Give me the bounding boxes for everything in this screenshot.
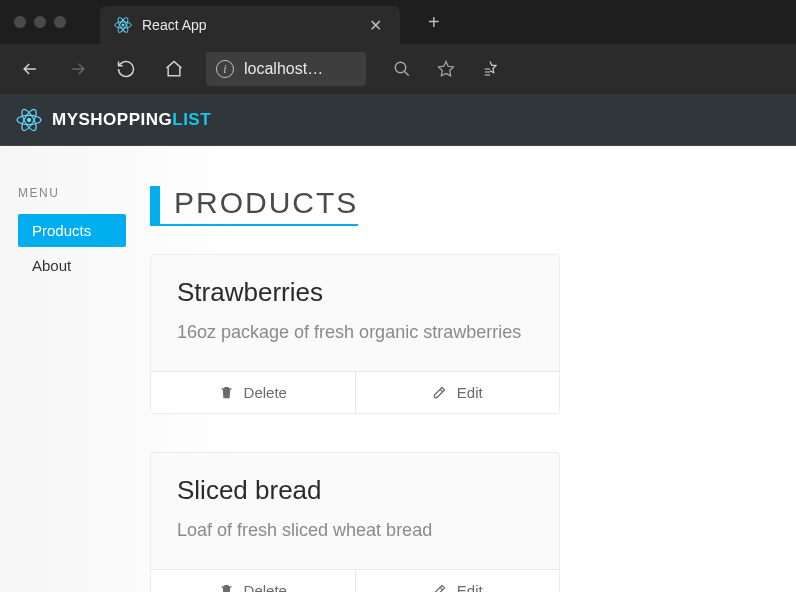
tab-title: React App <box>142 17 365 33</box>
edit-label: Edit <box>457 384 483 401</box>
main-content: PRODUCTS Strawberries 16oz package of fr… <box>150 186 796 592</box>
minimize-window-button[interactable] <box>34 16 46 28</box>
browser-chrome: React App ✕ + i localhost… <box>0 0 796 94</box>
sidebar-item-about[interactable]: About <box>18 249 126 282</box>
edit-icon <box>432 385 447 400</box>
page-body: MENU Products About PRODUCTS Strawberrie… <box>0 146 796 592</box>
card-body: Sliced bread Loaf of fresh sliced wheat … <box>151 453 559 569</box>
trash-icon <box>219 385 234 400</box>
edit-icon <box>432 583 447 592</box>
sidebar: MENU Products About <box>0 186 150 592</box>
react-icon <box>114 16 132 34</box>
card-body: Strawberries 16oz package of fresh organ… <box>151 255 559 371</box>
brand-list: LIST <box>172 110 211 129</box>
delete-label: Delete <box>244 582 287 592</box>
browser-tab[interactable]: React App ✕ <box>100 6 400 44</box>
edit-button[interactable]: Edit <box>356 372 560 413</box>
delete-label: Delete <box>244 384 287 401</box>
product-card: Sliced bread Loaf of fresh sliced wheat … <box>150 452 560 592</box>
new-tab-button[interactable]: + <box>418 5 450 40</box>
close-window-button[interactable] <box>14 16 26 28</box>
address-bar[interactable]: i localhost… <box>206 52 366 86</box>
sidebar-item-products[interactable]: Products <box>18 214 126 247</box>
page-title: PRODUCTS <box>150 186 358 226</box>
toolbar-right <box>382 50 510 88</box>
product-description: 16oz package of fresh organic strawberri… <box>177 318 533 347</box>
svg-point-3 <box>122 24 125 27</box>
brand: MYSHOPPINGLIST <box>52 110 211 130</box>
maximize-window-button[interactable] <box>54 16 66 28</box>
product-card: Strawberries 16oz package of fresh organ… <box>150 254 560 414</box>
brand-my: MY <box>52 110 79 129</box>
back-button[interactable] <box>10 50 50 88</box>
app-header: MYSHOPPINGLIST <box>0 94 796 146</box>
favorite-icon[interactable] <box>426 50 466 88</box>
window-controls <box>0 16 66 28</box>
react-logo-icon <box>16 107 42 133</box>
sidebar-item-label: About <box>32 257 71 274</box>
delete-button[interactable]: Delete <box>151 372 356 413</box>
product-description: Loaf of fresh sliced wheat bread <box>177 516 533 545</box>
card-actions: Delete Edit <box>151 569 559 592</box>
browser-toolbar: i localhost… <box>0 44 796 94</box>
edit-button[interactable]: Edit <box>356 570 560 592</box>
refresh-button[interactable] <box>106 50 146 88</box>
zoom-icon[interactable] <box>382 50 422 88</box>
tab-bar: React App ✕ + <box>0 0 796 44</box>
menu-label: MENU <box>18 186 150 200</box>
product-name: Strawberries <box>177 277 533 308</box>
info-icon[interactable]: i <box>216 60 234 78</box>
svg-point-8 <box>27 117 31 121</box>
home-button[interactable] <box>154 50 194 88</box>
close-tab-icon[interactable]: ✕ <box>365 14 386 37</box>
product-name: Sliced bread <box>177 475 533 506</box>
address-text: localhost… <box>244 60 323 78</box>
delete-button[interactable]: Delete <box>151 570 356 592</box>
sidebar-item-label: Products <box>32 222 91 239</box>
card-actions: Delete Edit <box>151 371 559 413</box>
brand-shopping: SHOPPING <box>79 110 173 129</box>
edit-label: Edit <box>457 582 483 592</box>
forward-button[interactable] <box>58 50 98 88</box>
svg-point-4 <box>395 62 406 73</box>
reading-list-icon[interactable] <box>470 50 510 88</box>
trash-icon <box>219 583 234 592</box>
